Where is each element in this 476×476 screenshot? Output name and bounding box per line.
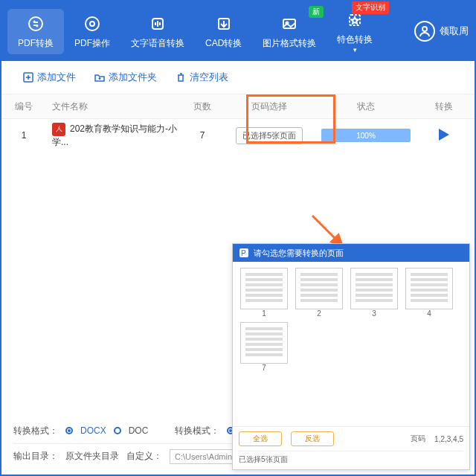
row-convert	[418, 129, 470, 143]
progress-bar: 100%	[321, 129, 411, 142]
thumb[interactable]: 4	[404, 268, 454, 318]
outdir-orig[interactable]: 原文件夹目录	[65, 450, 119, 463]
mode-label: 转换模式：	[175, 425, 219, 437]
clear-list-button[interactable]: 清空列表	[175, 71, 228, 84]
nav-label: 特色转换	[337, 33, 373, 46]
user-icon	[414, 21, 435, 42]
profile-label: 领取周	[440, 25, 469, 38]
tool-label: 清空列表	[190, 71, 228, 84]
col-status: 状态	[314, 100, 418, 113]
col-name: 文件名称	[46, 100, 180, 113]
profile-button[interactable]: 领取周	[414, 21, 469, 42]
thumb[interactable]: 1	[239, 268, 289, 318]
nav-label: CAD转换	[205, 37, 242, 50]
row-status: 100%	[314, 129, 418, 142]
image-icon	[279, 13, 300, 34]
thumb-num: 4	[427, 309, 431, 318]
svg-text:P: P	[241, 249, 246, 257]
col-convert: 转换	[418, 100, 470, 113]
svg-point-2	[90, 22, 94, 26]
svg-point-8	[422, 27, 427, 31]
audio-icon	[147, 13, 168, 34]
thumb-num: 3	[372, 309, 376, 318]
swap-icon	[25, 13, 46, 34]
outdir-label: 输出目录：	[13, 450, 58, 463]
col-idx: 编号	[1, 100, 46, 113]
radio-doc[interactable]	[114, 427, 121, 434]
table-row[interactable]: 1 人202教育教学知识与能力-小学... 7 已选择5张页面 100%	[1, 119, 475, 152]
add-file-button[interactable]: 添加文件	[22, 71, 76, 84]
tool-label: 添加文件	[37, 71, 76, 84]
svg-point-1	[86, 17, 99, 30]
pdf-icon: 人	[52, 123, 65, 136]
opt-docx: DOCX	[80, 425, 106, 436]
thumb[interactable]: 7	[239, 322, 289, 372]
add-folder-button[interactable]: 添加文件夹	[94, 71, 157, 84]
nav-label: PDF转换	[18, 37, 54, 50]
select-all-button[interactable]: 全选	[239, 431, 282, 446]
app-icon: P	[239, 248, 249, 258]
invert-select-button[interactable]: 反选	[291, 431, 334, 446]
nav-label: PDF操作	[74, 37, 110, 50]
nav-label: 图片格式转换	[263, 37, 316, 50]
target-icon	[82, 13, 103, 34]
popup-header: P 请勾选您需要转换的页面	[233, 244, 469, 262]
chosen-summary: 已选择5张页面	[239, 451, 463, 465]
thumb-num: 2	[317, 309, 321, 318]
new-badge: 新	[309, 6, 324, 18]
opt-doc: DOC	[129, 425, 149, 436]
popup-footer: 全选 反选 页码 1,2,3,4,5 已选择5张页面	[233, 426, 469, 469]
nav-label: 文字语音转换	[131, 37, 184, 50]
svg-point-0	[29, 17, 42, 30]
file-name: 202教育教学知识与能力-小学...	[52, 123, 177, 147]
nav-pdf-convert[interactable]: PDF转换	[7, 9, 64, 54]
thumb-num: 7	[262, 364, 266, 372]
row-name: 人202教育教学知识与能力-小学...	[46, 123, 180, 149]
nav-image[interactable]: 新 图片格式转换	[252, 9, 327, 54]
thumb-grid: 1 2 3 4 7	[239, 268, 463, 372]
page-value: 1,2,3,4,5	[434, 435, 463, 443]
ocr-badge: 文字识别	[352, 1, 389, 14]
thumb[interactable]: 2	[294, 268, 344, 318]
page-select-popup: P 请勾选您需要转换的页面 1 2 3 4 7 全选 反选 页码 1,2,3,4…	[232, 243, 470, 470]
thumb-num: 1	[262, 309, 266, 318]
popup-title: 请勾选您需要转换的页面	[254, 248, 344, 259]
nav-audio[interactable]: 文字语音转换	[120, 9, 195, 54]
top-nav: PDF转换 PDF操作 文字语音转换 CAD转换 新 图片格式转换 文字识别 特…	[1, 1, 475, 61]
table-header: 编号 文件名称 页数 页码选择 状态 转换	[1, 94, 475, 119]
col-select: 页码选择	[225, 100, 314, 113]
nav-special[interactable]: 文字识别 特色转换 ▾	[327, 5, 383, 58]
col-pages: 页数	[180, 100, 225, 113]
outdir-custom[interactable]: 自定义：	[126, 450, 162, 463]
play-icon[interactable]	[439, 129, 449, 141]
nav-cad[interactable]: CAD转换	[195, 9, 252, 54]
format-label: 转换格式：	[13, 425, 58, 437]
page-select-button[interactable]: 已选择5张页面	[236, 127, 303, 144]
thumb[interactable]: 3	[349, 268, 399, 318]
popup-body: 1 2 3 4 7	[233, 262, 469, 426]
row-select: 已选择5张页面	[225, 127, 314, 144]
page-label: 页码	[411, 434, 425, 444]
radio-docx[interactable]	[65, 427, 73, 434]
nav-pdf-ops[interactable]: PDF操作	[64, 9, 120, 54]
toolbar: 添加文件 添加文件夹 清空列表	[1, 61, 475, 94]
cad-icon	[213, 13, 234, 34]
chevron-down-icon: ▾	[353, 46, 357, 54]
row-idx: 1	[1, 130, 46, 141]
row-pages: 7	[180, 130, 225, 141]
tool-label: 添加文件夹	[109, 71, 157, 84]
